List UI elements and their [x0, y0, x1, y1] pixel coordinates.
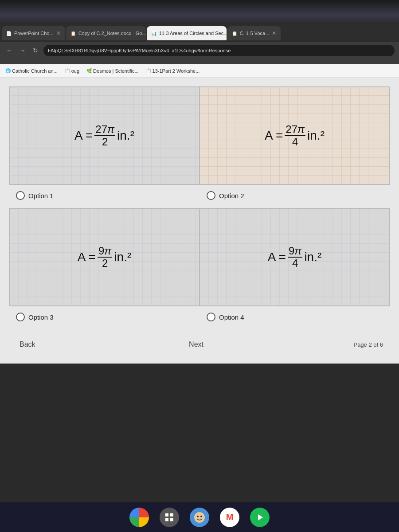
- taskbar-chrome-icon[interactable]: [129, 508, 149, 527]
- fraction-option3-numerator: 9π: [98, 245, 112, 258]
- bookmarks-bar: 🌐 Catholic Church an... 📋 oug 🌿 Desmos |…: [0, 64, 399, 78]
- answer-box-option2[interactable]: A = 27π 4 in.²: [200, 87, 390, 184]
- tab-vocab[interactable]: 📋 C. 1-5 Voca... ✕: [227, 26, 281, 40]
- svg-marker-7: [258, 514, 263, 520]
- formula-option1-suffix: in.²: [117, 129, 134, 143]
- taskbar-apps-icon[interactable]: [160, 508, 179, 527]
- address-bar-row: ← → ↻ FAlpQLSeIXR81RDsjvjU8VHppptOytkvPA…: [0, 42, 399, 59]
- formula-option2-prefix: A =: [265, 129, 283, 143]
- option3-label-text: Option 3: [28, 313, 54, 321]
- bookmark-worksheet[interactable]: 📋 13-1Part 2 Workshe...: [144, 67, 202, 74]
- answer-box-option1[interactable]: A = 27π 2 in.²: [9, 87, 200, 184]
- svg-point-4: [194, 512, 205, 523]
- tab-vocab-icon: 📋: [232, 31, 237, 36]
- tab-ppt[interactable]: 📄 PowerPoint Cho... ✕: [2, 26, 65, 40]
- quiz-grid-top: A = 27π 2 in.² A = 27π 4 in.²: [9, 86, 390, 185]
- tab-docs-label: Copy of C.2_Notes.docx - Go...: [78, 31, 146, 36]
- bookmark-catholic-icon: 🌐: [5, 68, 11, 73]
- svg-rect-0: [165, 513, 168, 516]
- fraction-option3: 9π 2: [98, 245, 112, 270]
- formula-option2-suffix: in.²: [307, 129, 325, 143]
- option2-label-text: Option 2: [219, 192, 244, 200]
- forward-nav-button[interactable]: →: [18, 46, 27, 55]
- formula-option3-prefix: A =: [78, 250, 96, 264]
- page-info: Page 2 of 6: [353, 341, 383, 348]
- formula-option3-suffix: in.²: [114, 250, 131, 264]
- formula-option4-prefix: A =: [268, 250, 286, 264]
- fraction-option4: 9π 4: [288, 245, 302, 270]
- fraction-option1-denominator: 2: [101, 136, 109, 148]
- option-row-2: Option 3 Option 4: [9, 310, 390, 324]
- fraction-option3-denominator: 2: [101, 258, 109, 269]
- bookmark-desmos-icon: 🌿: [86, 68, 92, 73]
- back-nav-button[interactable]: ←: [4, 46, 14, 55]
- taskbar: M: [0, 502, 399, 532]
- option4-radio[interactable]: [207, 313, 215, 321]
- formula-option4: A = 9π 4 in.²: [268, 245, 322, 270]
- address-bar[interactable]: FAlpQLSeIXR81RDsjvjU8VHppptOytkvPAYMuelc…: [43, 45, 395, 56]
- formula-option2: A = 27π 4 in.²: [265, 124, 325, 148]
- bookmark-oug[interactable]: 📋 oug: [63, 67, 81, 74]
- fraction-option1: 27π 2: [94, 124, 115, 148]
- option3-radio[interactable]: [16, 313, 25, 321]
- address-text: FAlpQLSeIXR81RDsjvjU8VHppptOytkvPAYMuelc…: [48, 48, 231, 53]
- formula-option4-suffix: in.²: [304, 250, 321, 264]
- option-row-1: Option 1 Option 2: [9, 188, 390, 203]
- tab-quiz-label: 11-3 Areas of Circles and Sec...: [159, 31, 227, 36]
- svg-point-5: [197, 516, 199, 517]
- fraction-option2: 27π 4: [285, 124, 305, 148]
- tab-ppt-label: PowerPoint Cho...: [14, 31, 54, 36]
- svg-point-6: [200, 516, 202, 517]
- answer-box-option4[interactable]: A = 9π 4 in.²: [200, 208, 390, 306]
- bookmark-catholic[interactable]: 🌐 Catholic Church an...: [4, 67, 59, 74]
- option4-label-text: Option 4: [219, 313, 244, 321]
- tab-bar: 📄 PowerPoint Cho... ✕ 📋 Copy of C.2_Note…: [0, 24, 399, 42]
- bookmark-worksheet-icon: 📋: [146, 68, 151, 73]
- bookmark-desmos-label: Desmos | Scientific...: [93, 68, 139, 74]
- top-bezel: [0, 0, 399, 24]
- tab-vocab-close[interactable]: ✕: [272, 30, 276, 36]
- bottom-bar: Back Next Page 2 of 6: [9, 334, 390, 355]
- fraction-option1-numerator: 27π: [94, 124, 115, 136]
- option1-label-row[interactable]: Option 1: [9, 188, 200, 203]
- bookmark-catholic-label: Catholic Church an...: [12, 68, 58, 74]
- back-button[interactable]: Back: [16, 339, 39, 350]
- taskbar-gmail-icon[interactable]: M: [220, 508, 239, 527]
- option3-label-row[interactable]: Option 3: [9, 310, 200, 324]
- reload-button[interactable]: ↻: [31, 46, 40, 55]
- main-content: A = 27π 2 in.² A = 27π 4 in.² O: [0, 78, 399, 364]
- answer-box-option3[interactable]: A = 9π 2 in.²: [9, 208, 200, 306]
- formula-option3: A = 9π 2 in.²: [78, 245, 132, 270]
- bookmark-desmos[interactable]: 🌿 Desmos | Scientific...: [85, 67, 141, 74]
- tab-vocab-label: C. 1-5 Voca...: [240, 31, 270, 36]
- svg-rect-3: [170, 518, 173, 521]
- tab-quiz[interactable]: 📊 11-3 Areas of Circles and Sec... ✕: [147, 26, 227, 40]
- browser-chrome: 📄 PowerPoint Cho... ✕ 📋 Copy of C.2_Note…: [0, 24, 399, 64]
- tab-ppt-close[interactable]: ✕: [56, 30, 61, 36]
- bookmark-worksheet-label: 13-1Part 2 Workshe...: [153, 68, 200, 74]
- taskbar-play-icon[interactable]: [250, 508, 270, 527]
- fraction-option4-denominator: 4: [291, 258, 299, 269]
- tab-ppt-icon: 📄: [6, 31, 12, 36]
- option1-label-text: Option 1: [28, 192, 54, 200]
- bookmark-oug-icon: 📋: [65, 68, 70, 73]
- formula-option1: A = 27π 2 in.²: [74, 124, 134, 148]
- option4-label-row[interactable]: Option 4: [200, 310, 390, 324]
- fraction-option4-numerator: 9π: [288, 245, 302, 258]
- svg-rect-1: [170, 513, 173, 516]
- fraction-option2-denominator: 4: [291, 136, 299, 148]
- svg-rect-2: [165, 518, 168, 521]
- bookmark-oug-label: oug: [71, 68, 79, 74]
- tab-docs[interactable]: 📋 Copy of C.2_Notes.docx - Go... ✕: [66, 26, 146, 40]
- next-button[interactable]: Next: [185, 339, 207, 350]
- option2-label-row[interactable]: Option 2: [200, 188, 390, 203]
- tab-docs-icon: 📋: [70, 31, 76, 36]
- tab-quiz-icon: 📊: [151, 31, 156, 36]
- gmail-icon-text: M: [226, 512, 234, 522]
- option1-radio[interactable]: [16, 191, 25, 200]
- quiz-grid-bottom: A = 9π 2 in.² A = 9π 4 in.²: [9, 208, 390, 306]
- formula-option1-prefix: A =: [74, 129, 93, 143]
- fraction-option2-numerator: 27π: [285, 124, 305, 136]
- taskbar-face-icon[interactable]: [190, 508, 209, 527]
- option2-radio[interactable]: [207, 191, 215, 200]
